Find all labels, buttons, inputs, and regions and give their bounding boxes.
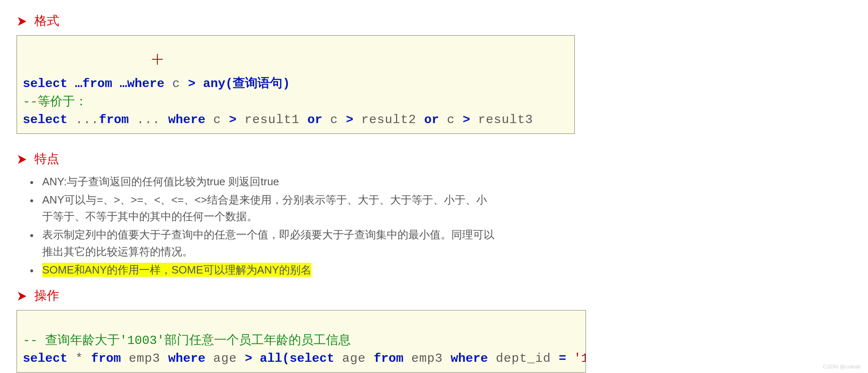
kw-select: select [23, 77, 68, 91]
kw-from: from [99, 113, 129, 127]
list-item-text-highlight: SOME和ANY的作用一样，SOME可以理解为ANY的别名 [42, 263, 311, 277]
list-item: ANY可以与=、>、>=、<、<=、<>结合是来使用，分别表示等于、大于、大于等… [42, 191, 498, 225]
table-emp: emp3 [121, 351, 168, 366]
op-eq: = [559, 351, 566, 366]
dots: ... [68, 113, 99, 127]
expr-c: c [439, 113, 463, 127]
heading-operation-text: 操作 [34, 287, 59, 304]
codeblock-operation: -- 查询年龄大于'1003'部门任意一个员工年龄的员工信息 select * … [17, 310, 586, 373]
list-item-text: 表示制定列中的值要大于子查询中的任意一个值，即必须要大于子查询集中的最小值。同理… [42, 228, 494, 257]
kw-or: or [307, 113, 322, 127]
star: * [68, 351, 91, 366]
kw-or: or [424, 113, 439, 127]
kw-select: select [289, 351, 334, 366]
kw-select: select [23, 351, 68, 366]
col-age: age [205, 351, 245, 366]
kw-from: from [91, 351, 121, 366]
arrow-icon: ➤ [17, 288, 27, 304]
space [252, 351, 260, 366]
expr-c: c [164, 77, 188, 91]
kw-where: where [127, 77, 164, 91]
arrow-icon: ➤ [17, 151, 27, 167]
expr-c: c [205, 113, 229, 127]
heading-operation: ➤ 操作 [17, 287, 588, 304]
comment-equiv: --等价于： [23, 95, 87, 109]
ellipsis: … [112, 77, 127, 91]
op-gt: > [229, 113, 236, 127]
list-item: 表示制定列中的值要大于子查询中的任意一个值，即必须要大于子查询集中的最小值。同理… [42, 226, 498, 260]
codeblock-format: select …from …where c > any(查询语句) --等价于：… [17, 35, 575, 134]
arrow-icon: ➤ [17, 13, 27, 29]
space [195, 77, 203, 91]
list-item: SOME和ANY的作用一样，SOME可以理解为ANY的别名 [42, 262, 498, 278]
result1: result1 [236, 113, 307, 127]
result3: result3 [470, 113, 533, 127]
table-emp: emp3 [403, 351, 451, 366]
paren-query: (查询语句) [225, 77, 290, 91]
op-gt: > [188, 77, 195, 91]
list-item-text: ANY:与子查询返回的任何值比较为true 则返回true [42, 175, 279, 188]
heading-format: ➤ 格式 [17, 12, 588, 29]
lparen: ( [282, 351, 289, 366]
kw-any: any [203, 77, 225, 91]
watermark: CSDN @coleak [823, 363, 861, 370]
comment-op: -- 查询年龄大于'1003'部门任意一个员工年龄的员工信息 [23, 334, 351, 348]
op-gt: > [245, 351, 252, 366]
list-item: ANY:与子查询返回的任何值比较为true 则返回true [42, 173, 498, 190]
kw-all: all [260, 351, 282, 366]
ellipsis: … [68, 77, 82, 91]
crosshair-cursor-icon [152, 54, 163, 65]
result2: result2 [353, 113, 424, 127]
features-list: ANY:与子查询返回的任何值比较为true 则返回true ANY可以与=、>、… [17, 173, 588, 279]
document-page: ➤ 格式 select …from …where c > any(查询语句) -… [0, 0, 600, 373]
col-age: age [334, 351, 374, 366]
kw-where: where [168, 351, 205, 366]
op-gt: > [346, 113, 353, 127]
kw-from: from [82, 77, 112, 91]
kw-select: select [23, 113, 68, 127]
dots: ... [129, 113, 168, 127]
string-literal: '1003' [566, 351, 586, 366]
kw-from: from [374, 351, 403, 366]
col-deptid: dept_id [488, 351, 559, 366]
expr-c: c [322, 113, 346, 127]
op-gt: > [463, 113, 470, 127]
list-item-text: ANY可以与=、>、>=、<、<=、<>结合是来使用，分别表示等于、大于、大于等… [42, 194, 487, 223]
heading-features: ➤ 特点 [17, 150, 588, 167]
kw-where: where [451, 351, 488, 366]
kw-where: where [168, 113, 205, 127]
heading-features-text: 特点 [34, 150, 59, 167]
heading-format-text: 格式 [34, 12, 59, 29]
